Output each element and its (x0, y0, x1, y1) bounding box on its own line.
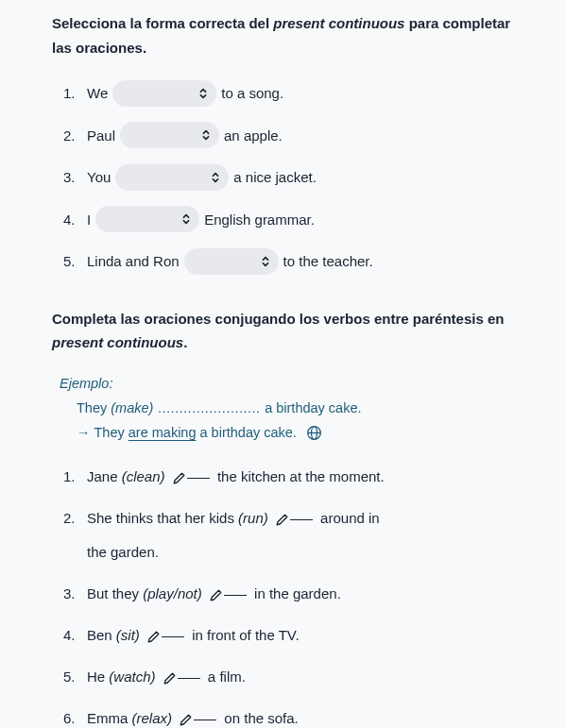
item-number: 6. (63, 704, 87, 728)
example-line-1: They (make) ........................ a b… (60, 398, 519, 417)
sentence-after: around in (317, 510, 380, 526)
arrow-icon: → (77, 423, 91, 442)
sentence-after: to a song. (221, 78, 283, 109)
exercise-item: 4.Ben (sit) in front of the TV. (63, 621, 519, 650)
instruction-em: present continuous (52, 334, 183, 350)
chevron-updown-icon (200, 128, 212, 142)
instruction-1: Selecciona la forma correcta del present… (52, 11, 519, 59)
item-number: 5. (63, 246, 87, 277)
exercise-item: 5. Linda and Ron to the teacher. (63, 246, 519, 277)
blank-line (290, 519, 313, 520)
sentence-after: on the sofa. (220, 710, 299, 726)
sentence-before: But they (87, 585, 143, 601)
blank-line (178, 678, 200, 679)
pencil-icon (179, 713, 193, 727)
exercise-item: 1. We to a song. (63, 78, 519, 109)
verb-hint: (relax) (132, 710, 173, 726)
instruction-text: . (183, 334, 187, 350)
example-dots: ........................ (153, 400, 265, 415)
text-input[interactable] (272, 513, 317, 527)
sentence-after: to the teacher. (283, 246, 373, 277)
example-text: They (94, 425, 129, 440)
text-input[interactable] (144, 630, 188, 644)
verb-hint: (play/not) (143, 585, 202, 601)
exercise-item: 3. You a nice jacket. (63, 162, 519, 193)
pencil-icon (146, 630, 161, 644)
blank-dropdown[interactable] (112, 80, 216, 107)
item-number: 2. (63, 504, 87, 533)
instruction-em: present continuous (273, 15, 404, 31)
example-answer: are making (129, 425, 197, 440)
exercise-item: 6.Emma (relax) on the sofa. (63, 704, 519, 728)
sentence-before: I (87, 205, 91, 235)
instruction-text: Completa las oraciones conjugando los ve… (52, 311, 504, 327)
sentence-after: in the garden. (250, 585, 341, 601)
example-line-2: → They are making a birthday cake. (60, 423, 519, 442)
item-number: 5. (63, 663, 87, 691)
example-verb: (make) (111, 400, 153, 415)
item-number: 1. (63, 463, 87, 491)
sentence-wrap: the garden. (63, 538, 519, 567)
example-block: Ejemplo: They (make) ...................… (52, 374, 519, 443)
instruction-2: Completa las oraciones conjugando los ve… (52, 307, 519, 355)
example-label: Ejemplo: (60, 374, 519, 393)
item-number: 4. (63, 621, 87, 650)
verb-hint: (watch) (109, 669, 155, 685)
sentence-before: Linda and Ron (87, 246, 180, 277)
exercise-item: 5.He (watch) a film. (63, 663, 519, 691)
pencil-icon (172, 471, 186, 485)
blank-line (162, 636, 184, 637)
exercise-item: 1.Jane (clean) the kitchen at the moment… (63, 463, 519, 491)
chevron-updown-icon (180, 212, 192, 226)
sentence-after: a film. (204, 669, 246, 685)
blank-dropdown[interactable] (120, 122, 219, 148)
sentence-before: She thinks that her kids (87, 510, 238, 526)
item-number: 1. (63, 78, 87, 109)
exercise-item: 4. I English grammar. (63, 205, 519, 235)
sentence-after: in front of the TV. (188, 627, 300, 643)
sentence-after: a nice jacket. (233, 162, 317, 193)
blank-dropdown[interactable] (184, 248, 279, 275)
verb-hint: (clean) (122, 468, 165, 484)
example-text: They (77, 400, 111, 415)
sentence-before: Emma (87, 710, 132, 726)
blank-dropdown[interactable] (95, 206, 199, 232)
example-text: a birthday cake. (197, 425, 297, 440)
exercise-2-list: 1.Jane (clean) the kitchen at the moment… (52, 463, 519, 728)
sentence-before: Ben (87, 627, 116, 643)
sentence-before: He (87, 669, 109, 685)
pencil-icon (275, 513, 289, 527)
item-number: 2. (63, 121, 87, 151)
chevron-updown-icon (210, 171, 221, 184)
blank-dropdown[interactable] (115, 164, 229, 191)
text-input[interactable] (160, 671, 204, 686)
sentence-before: Jane (87, 468, 122, 484)
chevron-updown-icon (197, 87, 209, 100)
example-text: a birthday cake. (265, 400, 361, 415)
pencil-icon (163, 671, 177, 686)
item-number: 3. (63, 162, 87, 193)
exercise-item: 3.But they (play/not) in the garden. (63, 580, 519, 608)
exercise-item: 2. Paul an apple. (63, 121, 519, 151)
sentence-before: We (87, 78, 108, 109)
blank-line (224, 595, 247, 596)
sentence-after: English grammar. (204, 205, 315, 235)
text-input[interactable] (206, 588, 250, 602)
section-2: Completa las oraciones conjugando los ve… (52, 307, 519, 729)
chevron-updown-icon (260, 255, 271, 268)
pencil-icon (209, 588, 223, 602)
blank-line (194, 720, 216, 720)
item-number: 3. (63, 580, 87, 608)
exercise-item: 2.She thinks that her kids (run) around … (63, 504, 519, 567)
sentence-before: Paul (87, 121, 115, 151)
section-1: Selecciona la forma correcta del present… (52, 11, 519, 277)
text-input[interactable] (169, 471, 214, 485)
verb-hint: (sit) (116, 627, 140, 643)
text-input[interactable] (176, 713, 220, 727)
sentence-before: You (87, 162, 111, 193)
instruction-text: Selecciona la forma correcta del (52, 15, 273, 31)
exercise-1-list: 1. We to a song. 2. Paul an apple. 3. Yo… (52, 78, 519, 277)
sentence-after: an apple. (224, 121, 283, 151)
globe-icon[interactable] (306, 425, 322, 441)
sentence-after: the kitchen at the moment. (214, 468, 385, 484)
